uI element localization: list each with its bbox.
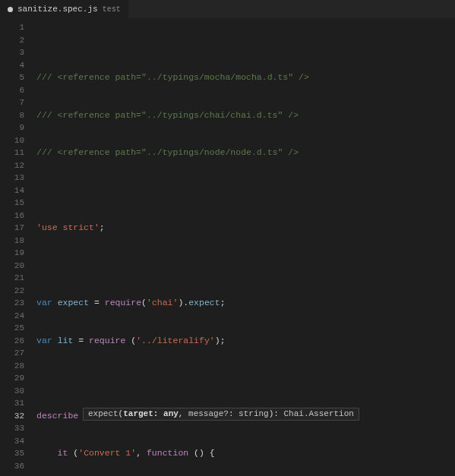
- line-number: 1: [0, 21, 24, 34]
- string: 'use strict': [36, 222, 100, 232]
- signature-param1-name: target: [123, 408, 153, 420]
- string: 'Convert 1': [78, 448, 136, 458]
- comment: /// <reference path="../typings/mocha/mo…: [36, 72, 309, 82]
- signature-return: Chai.Assertion: [284, 408, 354, 420]
- line-number: 33: [0, 422, 24, 435]
- line-number: 13: [0, 172, 24, 184]
- line-number: 24: [0, 310, 24, 323]
- line-number: 2: [0, 34, 24, 47]
- line-number: 15: [0, 197, 24, 210]
- line-number: 22: [0, 285, 24, 298]
- line-number: 35: [0, 447, 24, 460]
- line-number: 3: [0, 46, 24, 59]
- line-number: 36: [0, 460, 24, 473]
- line-number: 26: [0, 335, 24, 348]
- line-number: 25: [0, 322, 24, 335]
- line-number: 5: [0, 71, 24, 84]
- string: '../literalify': [136, 336, 215, 345]
- line-number: 31: [0, 397, 24, 410]
- signature-help-popup: expect(target: any, message?: string): C…: [83, 408, 359, 421]
- line-number: 30: [0, 385, 24, 398]
- unsaved-indicator-icon: [8, 7, 13, 12]
- line-number: 7: [0, 96, 24, 109]
- comment: /// <reference path="../typings/chai/cha…: [36, 110, 299, 120]
- line-number: 21: [0, 272, 24, 285]
- comment: /// <reference path="../typings/node/nod…: [36, 147, 299, 157]
- signature-param2-name: message: [188, 408, 223, 420]
- line-number: 19: [0, 247, 24, 260]
- line-number: 4: [0, 59, 24, 72]
- line-number: 27: [0, 347, 24, 360]
- tab-sublabel: test: [103, 5, 121, 14]
- signature-param2-type: string: [239, 408, 269, 420]
- editor-tab-sanitize[interactable]: sanitize.spec.js test: [0, 0, 128, 18]
- string: 'chai': [147, 298, 178, 307]
- signature-param1-type: any: [163, 408, 179, 420]
- tab-bar: sanitize.spec.js test: [0, 0, 455, 18]
- line-number: 8: [0, 109, 24, 122]
- line-number: 10: [0, 134, 24, 147]
- tab-filename: sanitize.spec.js: [17, 5, 98, 14]
- line-number: 12: [0, 159, 24, 172]
- line-number: 14: [0, 184, 24, 197]
- line-number: 28: [0, 360, 24, 373]
- line-number: 29: [0, 372, 24, 385]
- signature-param2-opt: ?: [223, 408, 229, 420]
- line-number: 9: [0, 121, 24, 134]
- line-number: 34: [0, 435, 24, 448]
- line-number: 20: [0, 260, 24, 273]
- signature-fn: expect: [88, 408, 118, 420]
- line-number: 18: [0, 235, 24, 247]
- line-number-gutter: 1234567891011121314151617181920212223242…: [0, 18, 32, 476]
- editor: 1234567891011121314151617181920212223242…: [0, 18, 455, 476]
- line-number: 32: [0, 410, 24, 423]
- line-number: 23: [0, 297, 24, 310]
- line-number: 17: [0, 222, 24, 235]
- line-number: 16: [0, 210, 24, 222]
- line-number: 11: [0, 147, 24, 159]
- line-number: 6: [0, 84, 24, 97]
